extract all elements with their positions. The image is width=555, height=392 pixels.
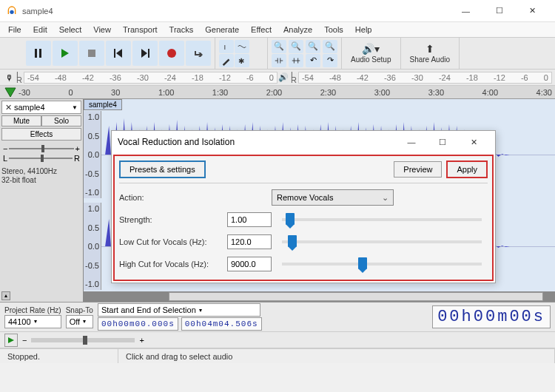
fit-selection-button[interactable]: 🔍 [306, 40, 320, 53]
speed-minus-icon: − [22, 336, 27, 345]
draw-tool-button[interactable] [219, 54, 234, 67]
svg-marker-12 [5, 88, 16, 97]
dialog-title: Vocal Reduction and Isolation [118, 137, 396, 147]
lowcut-input[interactable] [227, 234, 272, 249]
share-audio-label: Share Audio [410, 55, 451, 64]
apply-button[interactable]: Apply [446, 160, 488, 178]
track-name[interactable]: sample4 [14, 103, 72, 112]
stop-button[interactable] [79, 41, 104, 66]
multi-tool-button[interactable]: ✱ [235, 54, 249, 67]
upload-icon: ⬆ [426, 43, 434, 55]
menu-transport[interactable]: Transport [118, 24, 163, 36]
preview-button[interactable]: Preview [394, 161, 442, 178]
main-menu-bar: File Edit Select View Transport Tracks G… [0, 22, 555, 37]
envelope-tool-button[interactable] [235, 40, 249, 53]
menu-help[interactable]: Help [350, 24, 377, 36]
playback-speed-slider[interactable] [31, 338, 135, 342]
lowcut-label: Low Cut for Vocals (Hz): [119, 237, 223, 246]
selection-mode-select[interactable]: Start and End of Selection [98, 303, 260, 317]
svg-marker-3 [61, 49, 69, 58]
horizontal-scrollbar[interactable] [169, 292, 543, 301]
lowcut-slider[interactable] [282, 240, 482, 243]
silence-button[interactable] [289, 54, 303, 67]
effects-button[interactable]: Effects [1, 128, 81, 141]
fit-project-button[interactable]: 🔍 [323, 40, 337, 53]
record-button[interactable] [159, 41, 184, 66]
dialog-minimize-button[interactable]: — [396, 132, 427, 152]
pause-button[interactable] [26, 41, 51, 66]
menu-file[interactable]: File [3, 24, 27, 36]
presets-settings-button[interactable]: Presets & settings [119, 160, 206, 178]
trim-button[interactable] [272, 54, 286, 67]
loop-button[interactable] [186, 41, 211, 66]
snap-to-select[interactable]: Off [66, 315, 93, 328]
track-format-info: Stereo, 44100Hz 32-bit float [1, 167, 81, 185]
highcut-label: High Cut for Vocals (Hz): [119, 260, 223, 268]
rec-meter-lr: LR [16, 72, 22, 83]
skip-start-button[interactable] [106, 41, 131, 66]
selection-tool-button[interactable]: I [219, 40, 234, 53]
speaker-icon: 🔊▾ [362, 43, 380, 55]
svg-text:✱: ✱ [238, 56, 244, 64]
strength-input[interactable] [227, 212, 272, 227]
svg-rect-5 [114, 49, 115, 58]
undo-button[interactable]: ↶ [306, 54, 320, 67]
playhead-icon[interactable] [4, 87, 16, 98]
play-button[interactable] [53, 41, 78, 66]
mic-icon[interactable]: 🎙 [3, 73, 15, 82]
track-close-button[interactable]: ✕ [5, 103, 14, 112]
project-rate-select[interactable]: 44100 [4, 315, 61, 328]
svg-marker-6 [116, 49, 122, 58]
menu-analyze[interactable]: Analyze [278, 24, 317, 36]
play-at-speed-button[interactable] [4, 334, 18, 347]
svg-text:I: I [224, 42, 226, 50]
skip-end-button[interactable] [132, 41, 158, 66]
menu-select[interactable]: Select [54, 24, 87, 36]
menu-tools[interactable]: Tools [319, 24, 349, 36]
speaker-meter-icon[interactable]: 🔊 [278, 72, 289, 82]
share-audio-button[interactable]: ⬆ Share Audio [401, 38, 460, 69]
action-select[interactable]: Remove Vocals [272, 189, 394, 206]
window-maximize-button[interactable]: ☐ [482, 0, 516, 22]
selection-start-time[interactable]: 00h00m00.000s [98, 317, 178, 331]
menu-view[interactable]: View [88, 24, 116, 36]
project-rate-label: Project Rate (Hz) [4, 306, 61, 314]
vocal-reduction-dialog: Vocal Reduction and Isolation — ☐ ✕ Pres… [111, 130, 496, 283]
dialog-close-button[interactable]: ✕ [458, 132, 489, 152]
timeline-ruler[interactable]: -300301:001:302:002:303:003:304:004:30 [0, 86, 555, 99]
highcut-input[interactable] [227, 257, 272, 271]
highcut-slider[interactable] [282, 263, 482, 266]
play-meter-lr: LR [291, 72, 297, 83]
svg-point-0 [10, 10, 13, 13]
dialog-maximize-button[interactable]: ☐ [427, 132, 458, 152]
track-collapse-button[interactable]: ▴ [1, 291, 10, 300]
status-state: Stopped. [0, 349, 118, 363]
pan-left-label: L [3, 154, 7, 163]
track-control-panel[interactable]: ✕ sample4 ▼ Mute Solo Effects −+ LR Ster… [0, 99, 84, 302]
menu-generate[interactable]: Generate [200, 24, 244, 36]
menu-edit[interactable]: Edit [28, 24, 53, 36]
audio-setup-label: Audio Setup [351, 55, 391, 64]
solo-button[interactable]: Solo [41, 115, 81, 126]
redo-button[interactable]: ↷ [323, 54, 337, 67]
track-menu-button[interactable]: ▼ [72, 104, 78, 111]
record-meter[interactable]: -54-48-42-36-30-24-18-12-60 [24, 72, 278, 84]
audio-setup-button[interactable]: 🔊▾ Audio Setup [342, 38, 401, 69]
mute-button[interactable]: Mute [1, 115, 41, 126]
window-minimize-button[interactable]: — [449, 0, 482, 22]
zoom-in-button[interactable]: 🔍 [272, 40, 286, 53]
window-close-button[interactable]: ✕ [516, 0, 549, 22]
svg-rect-4 [88, 50, 95, 57]
selection-end-time[interactable]: 00h04m04.506s [181, 317, 262, 331]
strength-slider[interactable] [282, 218, 482, 221]
clip-label[interactable]: sample4 [84, 99, 122, 110]
pan-slider[interactable] [9, 158, 73, 159]
audio-position-time[interactable]: 00h00m00s [432, 305, 551, 328]
playback-meter[interactable]: -54-48-42-36-30-24-18-12-60 [298, 72, 552, 84]
audacity-logo-icon [6, 5, 18, 17]
snap-to-label: Snap-To [66, 306, 93, 314]
menu-tracks[interactable]: Tracks [164, 24, 199, 36]
zoom-out-button[interactable]: 🔍 [289, 40, 303, 53]
menu-effect[interactable]: Effect [246, 24, 277, 36]
gain-slider[interactable] [9, 148, 73, 149]
